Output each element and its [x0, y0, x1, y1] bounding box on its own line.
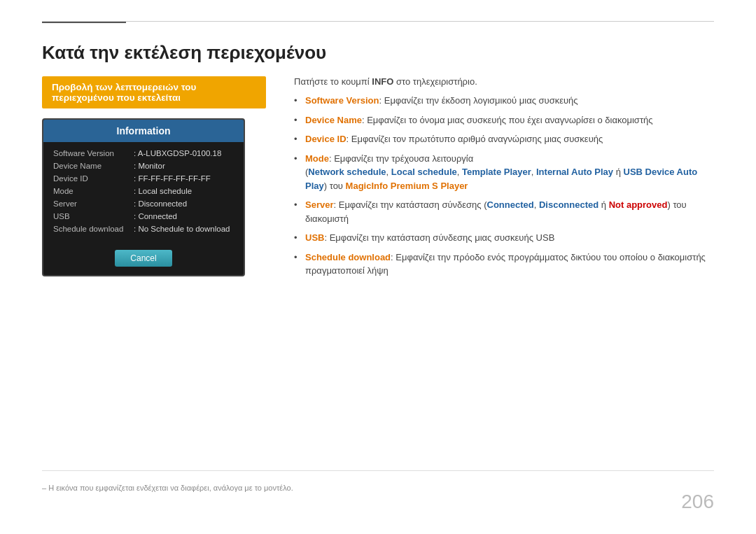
- info-label: USB: [53, 212, 134, 220]
- info-value: : Disconnected: [134, 199, 187, 208]
- info-value: : No Schedule to download: [134, 225, 230, 233]
- intro-text: Πατήστε το κουμπί INFO στο τηλεχειριστήρ…: [294, 76, 714, 87]
- info-dialog: Information Software Version : A-LUBXGDS…: [42, 118, 245, 276]
- term-device-name: Device Name: [305, 115, 362, 125]
- text-usb: : Εμφανίζει την κατάσταση σύνδεσης μιας …: [324, 232, 554, 243]
- info-label: Device ID: [53, 174, 134, 183]
- info-row: Server : Disconnected: [53, 199, 234, 208]
- info-value: : A-LUBXGDSP-0100.18: [134, 149, 221, 157]
- bullet-schedule-download: Schedule download: Εμφανίζει την πρόοδο …: [294, 251, 714, 278]
- right-column: Πατήστε το κουμπί INFO στο τηλεχειριστήρ…: [294, 76, 714, 283]
- term-usb: USB: [305, 232, 324, 243]
- info-row: Software Version : A-LUBXGDSP-0100.18: [53, 149, 234, 157]
- info-value: : FF-FF-FF-FF-FF-FF: [134, 174, 211, 183]
- text-software-version: : Εμφανίζει την έκδοση λογισμικού μιας σ…: [379, 95, 578, 106]
- content-wrapper: Προβολή των λεπτομερειών του περιεχομένο…: [42, 76, 714, 283]
- page-number: 206: [681, 491, 714, 513]
- bullet-server: Server: Εμφανίζει την κατάσταση σύνδεσης…: [294, 198, 714, 225]
- info-row: Schedule download : No Schedule to downl…: [53, 225, 234, 233]
- top-line: [42, 21, 714, 22]
- info-value: : Local schedule: [134, 187, 192, 195]
- info-label: Device Name: [53, 162, 134, 170]
- bullet-device-id: Device ID: Εμφανίζει τον πρωτότυπο αριθμ…: [294, 132, 714, 146]
- term-software-version: Software Version: [305, 95, 379, 106]
- info-value: : Connected: [134, 212, 177, 220]
- info-row: Device ID : FF-FF-FF-FF-FF-FF: [53, 174, 234, 183]
- cancel-button[interactable]: Cancel: [115, 250, 172, 267]
- bullet-software-version: Software Version: Εμφανίζει την έκδοση λ…: [294, 94, 714, 108]
- term-server: Server: [305, 199, 333, 210]
- dialog-title: Information: [43, 120, 244, 142]
- page-container: Κατά την εκτέλεση περιεχομένου Προβολή τ…: [0, 0, 756, 534]
- text-device-name: : Εμφανίζει το όνομα μιας συσκευής που έ…: [362, 115, 653, 125]
- info-label: Mode: [53, 187, 134, 195]
- info-label: Software Version: [53, 149, 134, 157]
- info-row: Device Name : Monitor: [53, 162, 234, 170]
- intro-content: Πατήστε το κουμπί INFO στο τηλεχειριστήρ…: [294, 76, 477, 87]
- text-mode-sub: (Network schedule, Local schedule, Templ…: [305, 167, 697, 191]
- separator-line: [42, 470, 714, 471]
- bullet-mode: Mode: Εμφανίζει την τρέχουσα λειτουργία …: [294, 152, 714, 193]
- bullet-device-name: Device Name: Εμφανίζει το όνομα μιας συσ…: [294, 113, 714, 127]
- text-device-id: : Εμφανίζει τον πρωτότυπο αριθμό αναγνώρ…: [346, 134, 603, 144]
- text-server: : Εμφανίζει την κατάσταση σύνδεσης (Conn…: [305, 199, 687, 224]
- highlight-box: Προβολή των λεπτομερειών του περιεχομένο…: [42, 76, 266, 108]
- term-device-id: Device ID: [305, 134, 346, 144]
- bullet-usb: USB: Εμφανίζει την κατάσταση σύνδεσης μι…: [294, 231, 714, 245]
- info-value: : Monitor: [134, 162, 165, 170]
- info-label: Server: [53, 199, 134, 208]
- info-row: Mode : Local schedule: [53, 187, 234, 195]
- page-title: Κατά την εκτέλεση περιεχομένου: [42, 42, 714, 64]
- dialog-body: Software Version : A-LUBXGDSP-0100.18 De…: [43, 142, 244, 244]
- term-mode: Mode: [305, 153, 329, 164]
- term-schedule-download: Schedule download: [305, 252, 391, 262]
- bullet-list: Software Version: Εμφανίζει την έκδοση λ…: [294, 94, 714, 278]
- footnote: – Η εικόνα που εμφανίζεται ενδέχεται να …: [42, 484, 293, 492]
- info-row: USB : Connected: [53, 212, 234, 220]
- text-mode-before: : Εμφανίζει την τρέχουσα λειτουργία: [329, 153, 473, 164]
- dialog-footer: Cancel: [43, 244, 244, 275]
- left-column: Προβολή των λεπτομερειών του περιεχομένο…: [42, 76, 266, 283]
- info-label: Schedule download: [53, 225, 134, 233]
